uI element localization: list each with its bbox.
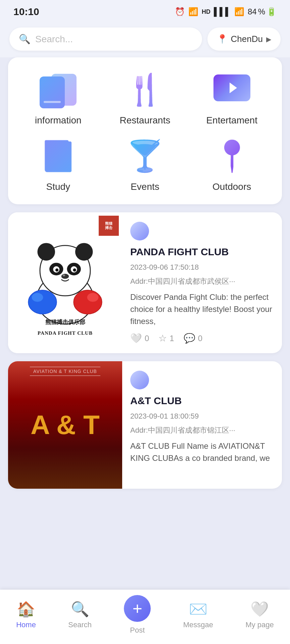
hd-icon: HD — [202, 8, 210, 15]
at-top-text: AVIATION & T KING CLUB — [30, 367, 100, 376]
nav-search[interactable]: 🔍 Search — [68, 600, 92, 629]
study-icon: 📘 — [39, 139, 77, 174]
restaurants-icon-wrap: 🍴 — [125, 69, 165, 110]
nav-message[interactable]: ✉️ Messgae — [183, 600, 213, 629]
nav-home[interactable]: 🏠 Home — [16, 600, 36, 629]
panda-addr: Addr:中国四川省成都市武侯区··· — [130, 276, 274, 286]
events-label: Events — [131, 181, 159, 192]
search-nav-label: Search — [68, 621, 92, 629]
like-icon: 🤍 — [130, 333, 142, 344]
panda-post-content: PANDA FIGHT CLUB 2023-09-06 17:50:18 Add… — [122, 212, 282, 353]
at-club-image: AVIATION & T KING CLUB A & T — [8, 361, 122, 489]
entertainment-icon-wrap — [212, 69, 252, 110]
like-action[interactable]: 🤍 0 — [130, 333, 149, 344]
information-label: information — [35, 115, 82, 126]
category-item-study[interactable]: 📘 Study — [15, 136, 102, 192]
post-card-at[interactable]: AVIATION & T KING CLUB A & T A&T CLUB 20… — [8, 361, 282, 489]
panda-title: PANDA FIGHT CLUB — [130, 245, 274, 258]
location-text: ChenDu — [231, 34, 263, 44]
home-nav-icon: 🏠 — [17, 600, 35, 618]
star-count: 1 — [170, 334, 174, 343]
category-item-entertainment[interactable]: Entertament — [188, 69, 275, 126]
panda-desc: Discover Panda Fight Club: the perfect c… — [130, 291, 274, 328]
svg-point-3 — [75, 243, 93, 261]
comment-action[interactable]: 💬 0 — [184, 333, 202, 344]
information-icon-wrap — [38, 69, 78, 110]
events-icon: 🍸 — [126, 139, 164, 174]
study-icon-wrap: 📘 — [38, 136, 78, 176]
restaurants-label: Restaurants — [120, 115, 171, 126]
study-label: Study — [46, 181, 70, 192]
star-icon: ☆ — [158, 333, 167, 344]
battery-level: 84 — [248, 7, 257, 16]
mypage-nav-label: My page — [245, 621, 274, 629]
svg-point-12 — [32, 293, 43, 302]
outdoors-icon: 📍 — [213, 139, 251, 174]
status-bar: 10:10 ⏰ 📶 HD ▌▌▌ 📶 84 % 🔋 — [0, 0, 290, 21]
svg-point-10 — [61, 274, 69, 279]
panda-eng-text: PANDA FIGHT CLUB — [38, 330, 93, 336]
post-nav-label: Post — [130, 626, 145, 635]
location-icon: 📍 — [217, 34, 228, 44]
wifi-icon: 📶 — [234, 7, 244, 16]
home-nav-label: Home — [16, 621, 36, 629]
post-button[interactable]: + — [124, 595, 151, 622]
svg-point-14 — [87, 293, 99, 302]
at-addr: Addr:中国四川省成都市锦江区··· — [130, 425, 274, 435]
svg-point-8 — [55, 268, 58, 271]
restaurants-icon: 🍴 — [126, 72, 164, 107]
outdoors-label: Outdoors — [212, 181, 251, 192]
search-nav-icon: 🔍 — [71, 600, 89, 618]
battery-icon: 84 % 🔋 — [248, 7, 277, 16]
panda-avatar — [130, 222, 149, 240]
like-count: 0 — [145, 334, 149, 343]
svg-point-2 — [38, 243, 55, 261]
panda-svg: 熊猫搏击俱乐部 — [18, 230, 112, 330]
status-time: 10:10 — [13, 6, 39, 17]
bluetooth-icon: 📶 — [188, 7, 198, 16]
at-post-content: A&T CLUB 2023-09-01 18:00:59 Addr:中国四川省成… — [122, 361, 282, 489]
category-grid: information 🍴 Restaurants Ente — [15, 69, 275, 192]
category-card: information 🍴 Restaurants Ente — [8, 57, 282, 204]
comment-count: 0 — [198, 334, 202, 343]
entertainment-icon — [213, 74, 250, 105]
nav-mypage[interactable]: 🤍 My page — [245, 600, 274, 629]
status-icons: ⏰ 📶 HD ▌▌▌ 📶 84 % 🔋 — [175, 7, 277, 16]
signal-icon: ▌▌▌ — [214, 7, 231, 16]
panda-actions: 🤍 0 ☆ 1 💬 0 — [130, 333, 274, 344]
category-item-outdoors[interactable]: 📍 Outdoors — [188, 136, 275, 192]
at-desc: A&T CLUB Full Name is AVIATION&T KING CL… — [130, 440, 274, 479]
panda-date: 2023-09-06 17:50:18 — [130, 263, 274, 272]
svg-point-15 — [63, 274, 65, 276]
svg-point-13 — [74, 290, 102, 314]
search-box[interactable]: 🔍 Search... — [9, 28, 202, 51]
category-item-restaurants[interactable]: 🍴 Restaurants — [102, 69, 189, 126]
at-glow — [8, 448, 122, 489]
category-item-events[interactable]: 🍸 Events — [102, 136, 189, 192]
at-title: A&T CLUB — [130, 394, 274, 407]
message-nav-label: Messgae — [183, 621, 213, 629]
star-action[interactable]: ☆ 1 — [158, 333, 174, 344]
search-placeholder: Search... — [35, 34, 73, 45]
category-item-information[interactable]: information — [15, 69, 102, 126]
search-icon: 🔍 — [19, 34, 31, 45]
search-row: 🔍 Search... 📍 ChenDu ▶ — [0, 21, 290, 57]
location-arrow-icon: ▶ — [266, 35, 271, 43]
comment-icon: 💬 — [184, 333, 195, 344]
information-icon — [40, 71, 77, 108]
events-icon-wrap: 🍸 — [125, 136, 165, 176]
at-date: 2023-09-01 18:00:59 — [130, 412, 274, 421]
post-card-panda[interactable]: 熊猫 搏击 — [8, 212, 282, 353]
panda-fight-club-image: 熊猫 搏击 — [8, 212, 122, 353]
mypage-nav-icon: 🤍 — [250, 600, 269, 618]
panda-stamp: 熊猫 搏击 — [99, 216, 119, 236]
alarm-icon: ⏰ — [175, 7, 185, 16]
entertainment-label: Entertament — [206, 115, 257, 126]
message-nav-icon: ✉️ — [189, 600, 207, 618]
svg-point-11 — [28, 290, 56, 314]
outdoors-icon-wrap: 📍 — [212, 136, 252, 176]
location-box[interactable]: 📍 ChenDu ▶ — [207, 28, 281, 51]
bottom-nav: 🏠 Home 🔍 Search + Post ✉️ Messgae 🤍 My p… — [0, 590, 290, 644]
svg-point-9 — [73, 268, 76, 271]
nav-post[interactable]: + Post — [124, 595, 151, 635]
